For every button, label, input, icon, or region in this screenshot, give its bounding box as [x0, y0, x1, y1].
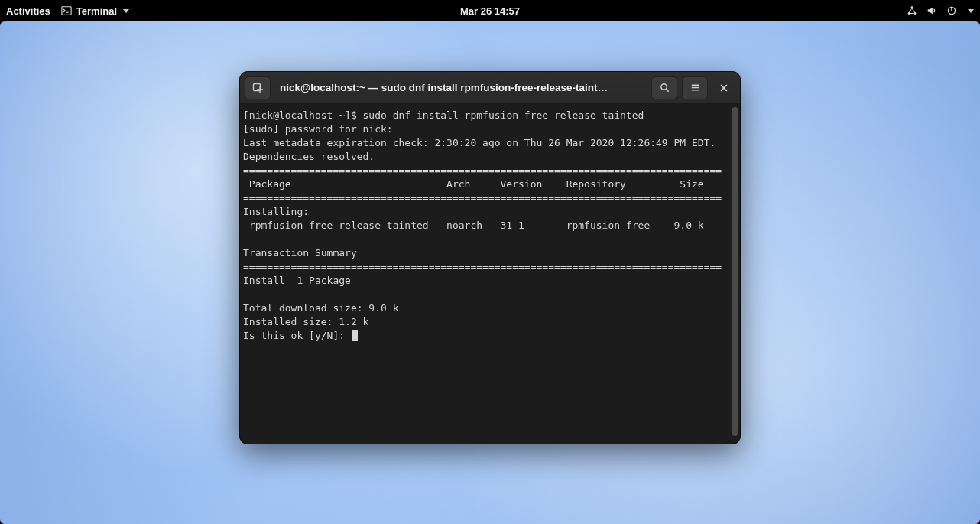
- system-menu-chevron-icon[interactable]: [968, 9, 974, 13]
- terminal-output[interactable]: [nick@localhost ~]$ sudo dnf install rpm…: [240, 104, 740, 444]
- rule-bottom: ========================================…: [243, 261, 722, 272]
- package-row: rpmfusion-free-release-tainted noarch 31…: [243, 220, 704, 231]
- menu-button[interactable]: [682, 76, 708, 99]
- rule-top: ========================================…: [243, 164, 722, 176]
- app-menu-label: Terminal: [76, 5, 117, 17]
- activities-button[interactable]: Activities: [6, 5, 50, 17]
- typed-command: sudo dnf install rpmfusion-free-release-…: [363, 109, 644, 121]
- search-button[interactable]: [651, 76, 677, 99]
- chevron-down-icon: [123, 9, 129, 13]
- shell-prompt: [nick@localhost ~]$: [243, 109, 363, 121]
- metadata-check-line: Last metadata expiration check: 2:30:20 …: [243, 137, 716, 148]
- installed-size: Installed size: 1.2 k: [243, 316, 368, 327]
- svg-point-10: [660, 84, 667, 90]
- terminal-cursor: [352, 330, 358, 341]
- app-menu[interactable]: Terminal: [61, 5, 129, 17]
- power-icon[interactable]: [946, 5, 957, 16]
- window-title: nick@localhost:~ — sudo dnf install rpmf…: [275, 82, 647, 93]
- transaction-summary-label: Transaction Summary: [243, 247, 357, 259]
- window-titlebar[interactable]: nick@localhost:~ — sudo dnf install rpmf…: [240, 72, 740, 104]
- install-count: Install 1 Package: [243, 275, 351, 286]
- clock[interactable]: Mar 26 14:57: [460, 5, 520, 17]
- terminal-scrollbar[interactable]: [732, 107, 738, 436]
- dependencies-resolved: Dependencies resolved.: [243, 151, 375, 162]
- clock-label: Mar 26 14:57: [460, 5, 520, 17]
- total-download-size: Total download size: 9.0 k: [243, 302, 399, 314]
- installing-label: Installing:: [243, 206, 309, 217]
- new-tab-button[interactable]: [245, 76, 271, 99]
- table-header: Package Arch Version Repository Size: [243, 178, 704, 190]
- volume-icon[interactable]: [926, 5, 937, 16]
- svg-rect-0: [62, 7, 71, 15]
- svg-point-4: [914, 12, 917, 15]
- close-button[interactable]: [712, 76, 735, 99]
- svg-point-3: [908, 12, 910, 15]
- confirm-prompt: Is this ok [y/N]:: [243, 330, 351, 341]
- terminal-window: nick@localhost:~ — sudo dnf install rpmf…: [240, 72, 740, 444]
- rule-mid: ========================================…: [243, 192, 722, 203]
- svg-line-11: [666, 89, 668, 91]
- terminal-app-icon: [61, 5, 72, 16]
- gnome-topbar: Activities Terminal Mar 26 14:57: [0, 0, 980, 21]
- sudo-password-prompt: [sudo] password for nick:: [243, 123, 399, 135]
- network-icon[interactable]: [907, 5, 917, 16]
- svg-point-2: [911, 6, 913, 8]
